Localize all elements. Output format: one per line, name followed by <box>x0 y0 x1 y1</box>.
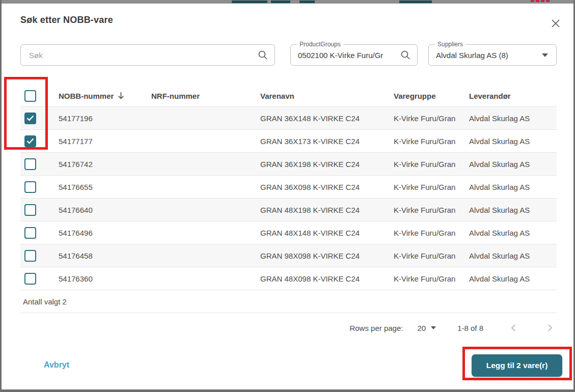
chevron-down-icon <box>431 326 436 329</box>
search-icon <box>400 49 411 61</box>
cell-leverandor: Alvdal Skurlag AS <box>462 160 557 169</box>
cell-leverandor: Alvdal Skurlag AS <box>462 206 557 214</box>
selection-summary: Antall valgt 2 <box>20 290 557 313</box>
next-page-icon[interactable] <box>543 321 557 334</box>
rows-per-page-label: Rows per page: <box>349 324 403 332</box>
background-red-fragment <box>531 0 534 2</box>
select-all-cell <box>20 90 52 102</box>
background-red-fragment <box>536 0 539 2</box>
pagination-bar: Rows per page: 20 1-8 of 8 <box>20 313 557 343</box>
cell-varenavn: GRAN 36X148 K-VIRKE C24 <box>254 114 387 123</box>
search-icon <box>257 49 268 61</box>
cell-varegruppe: K-Virke Furu/Gran <box>387 137 462 146</box>
cell-varenavn: GRAN 98X098 K-VIRKE C24 <box>254 251 387 260</box>
sort-descending-icon <box>118 92 124 100</box>
products-table: NOBB-nummer NRF-nummer Varenavn Varegrup… <box>20 85 557 290</box>
cell-nobb: 54176742 <box>52 160 145 169</box>
cell-nobb: 54176640 <box>52 206 145 214</box>
row-checkbox[interactable] <box>24 158 36 170</box>
suppliers-select[interactable]: Suppliers Alvdal Skurlag AS (8) <box>428 44 557 66</box>
cell-varenavn: GRAN 48X198 K-VIRKE C24 <box>254 206 387 214</box>
cell-nobb: 54176496 <box>52 229 145 237</box>
table-header-row: NOBB-nummer NRF-nummer Varenavn Varegrup… <box>20 85 557 106</box>
column-header-nrf[interactable]: NRF-nummer <box>145 92 254 100</box>
cell-nobb: 54176360 <box>52 274 145 283</box>
row-checkbox[interactable] <box>24 135 36 147</box>
column-header-leverandor[interactable]: Leverandør <box>462 92 557 100</box>
row-checkbox[interactable] <box>24 227 36 239</box>
table-row[interactable]: 54177177 GRAN 36X173 K-VIRKE C24 K-Virke… <box>20 129 557 152</box>
cell-varegruppe: K-Virke Furu/Gran <box>387 206 462 214</box>
background-text-fragment <box>399 1 432 3</box>
cell-leverandor: Alvdal Skurlag AS <box>462 183 557 191</box>
cell-leverandor: Alvdal Skurlag AS <box>462 137 557 146</box>
background-text-fragment <box>232 1 267 3</box>
search-input[interactable] <box>21 51 257 60</box>
product-groups-field[interactable]: ProductGroups 0502100 K-Virke Furu/Gr <box>290 44 418 66</box>
cancel-button[interactable]: Avbryt <box>44 360 69 370</box>
chevron-down-icon <box>542 53 548 57</box>
cell-nobb: 54176458 <box>52 251 145 260</box>
column-header-varegruppe[interactable]: Varegruppe <box>387 92 462 100</box>
cell-varegruppe: K-Virke Furu/Gran <box>387 160 462 169</box>
cell-leverandor: Alvdal Skurlag AS <box>462 229 557 237</box>
select-all-checkbox[interactable] <box>24 90 36 102</box>
cell-nobb: 54177196 <box>52 114 145 123</box>
column-header-label: NOBB-nummer <box>59 92 114 100</box>
cell-varenavn: GRAN 36X173 K-VIRKE C24 <box>254 137 387 146</box>
table-row[interactable]: 54176458 GRAN 98X098 K-VIRKE C24 K-Virke… <box>20 244 557 267</box>
rows-per-page-value: 20 <box>417 324 426 332</box>
background-page-strip <box>0 0 575 4</box>
row-checkbox[interactable] <box>24 204 36 216</box>
close-icon[interactable] <box>550 18 561 29</box>
cell-nobb: 54177177 <box>52 137 145 146</box>
product-groups-value: 0502100 K-Virke Furu/Gr <box>291 51 400 60</box>
background-text-fragment <box>299 1 315 3</box>
dialog-title: Søk etter NOBB-vare <box>20 15 113 25</box>
table-row[interactable]: 54176742 GRAN 36X198 K-VIRKE C24 K-Virke… <box>20 152 557 175</box>
cell-varenavn: GRAN 36X198 K-VIRKE C24 <box>254 160 387 169</box>
row-checkbox[interactable] <box>24 273 36 285</box>
cell-leverandor: Alvdal Skurlag AS <box>462 274 557 283</box>
background-red-fragment <box>546 0 550 2</box>
pagination-range: 1-8 of 8 <box>457 324 483 332</box>
cell-varegruppe: K-Virke Furu/Gran <box>387 114 462 123</box>
rows-per-page-select[interactable]: 20 <box>417 324 436 332</box>
table-row[interactable]: 54177196 GRAN 36X148 K-VIRKE C24 K-Virke… <box>20 106 557 129</box>
table-body: 54177196 GRAN 36X148 K-VIRKE C24 K-Virke… <box>20 106 557 290</box>
cell-varegruppe: K-Virke Furu/Gran <box>387 274 462 283</box>
cell-leverandor: Alvdal Skurlag AS <box>462 251 557 260</box>
cell-varegruppe: K-Virke Furu/Gran <box>387 229 462 237</box>
cell-varegruppe: K-Virke Furu/Gran <box>387 251 462 260</box>
table-row[interactable]: 54176640 GRAN 48X198 K-VIRKE C24 K-Virke… <box>20 198 557 221</box>
row-checkbox[interactable] <box>24 250 36 262</box>
add-items-button[interactable]: Legg til 2 vare(r) <box>472 354 562 377</box>
cell-varenavn: GRAN 36X098 K-VIRKE C24 <box>254 183 387 191</box>
table-row[interactable]: 54176496 GRAN 48X148 K-VIRKE C24 K-Virke… <box>20 221 557 244</box>
row-checkbox[interactable] <box>24 113 36 124</box>
table-row[interactable]: 54176655 GRAN 36X098 K-VIRKE C24 K-Virke… <box>20 175 557 198</box>
suppliers-label: Suppliers <box>435 41 466 48</box>
cell-varegruppe: K-Virke Furu/Gran <box>387 183 462 191</box>
product-groups-label: ProductGroups <box>297 41 343 48</box>
cell-varenavn: GRAN 48X098 K-VIRKE C24 <box>254 274 387 283</box>
table-row[interactable]: 54176360 GRAN 48X098 K-VIRKE C24 K-Virke… <box>20 267 557 290</box>
search-field[interactable] <box>20 44 275 66</box>
cell-nobb: 54176655 <box>52 183 145 191</box>
previous-page-icon[interactable] <box>507 321 520 334</box>
row-checkbox[interactable] <box>24 181 36 193</box>
column-header-nobb[interactable]: NOBB-nummer <box>52 92 145 100</box>
cell-varenavn: GRAN 48X148 K-VIRKE C24 <box>254 229 387 237</box>
background-red-fragment <box>541 0 544 2</box>
background-text-fragment <box>271 1 290 3</box>
cell-leverandor: Alvdal Skurlag AS <box>462 114 557 123</box>
nobb-search-dialog: Søk etter NOBB-vare ProductGroups 050210… <box>2 4 573 389</box>
suppliers-value: Alvdal Skurlag AS (8) <box>429 51 542 60</box>
column-header-varenavn[interactable]: Varenavn <box>254 92 387 100</box>
